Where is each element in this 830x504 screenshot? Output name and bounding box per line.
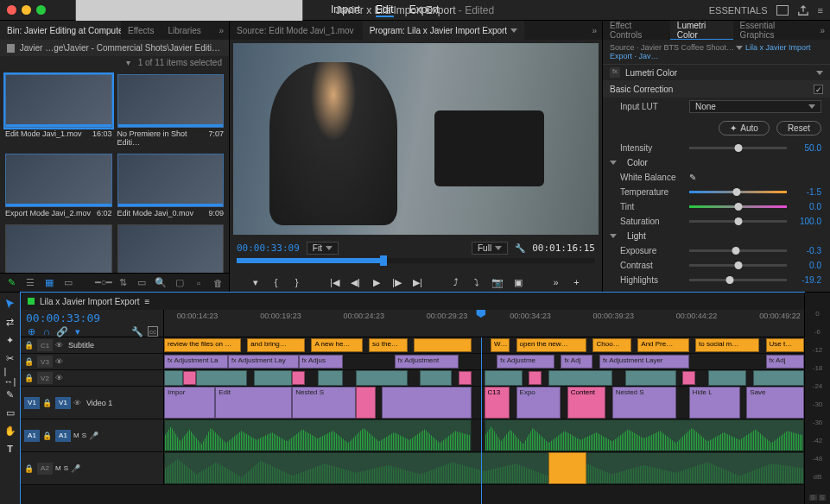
- share-icon[interactable]: [797, 4, 809, 16]
- track-header-c1[interactable]: 🔒C1👁Subtitle: [21, 337, 164, 353]
- tab-program[interactable]: Program: Lila x Javier Import Export: [363, 21, 525, 40]
- tab-libraries[interactable]: Libraries: [161, 21, 207, 40]
- basic-enable-checkbox[interactable]: [814, 85, 823, 94]
- contrast-slider[interactable]: [689, 264, 787, 267]
- trash-icon[interactable]: 🗑: [212, 277, 224, 289]
- step-fwd-icon[interactable]: |▶: [391, 276, 403, 288]
- new-item-icon[interactable]: ▫: [193, 277, 205, 289]
- tint-slider[interactable]: [689, 205, 787, 208]
- compare-icon[interactable]: ▣: [512, 276, 524, 288]
- mic-icon[interactable]: 🎤: [71, 464, 80, 473]
- sort-icon[interactable]: ⇅: [117, 277, 129, 289]
- snap-icon[interactable]: ⊕: [26, 326, 36, 337]
- slip-tool-icon[interactable]: |↔|: [4, 370, 16, 382]
- lock-icon[interactable]: 🔒: [24, 341, 35, 350]
- export-frame-icon[interactable]: 📷: [491, 276, 504, 288]
- playhead-icon[interactable]: [476, 310, 485, 318]
- workspace-label[interactable]: ESSENTIALS: [709, 5, 768, 16]
- track-a2[interactable]: [164, 452, 804, 484]
- pen-tool-icon[interactable]: ✎: [4, 388, 16, 400]
- track-v1[interactable]: Impor Edit Nested S C13 Expo Content Nes…: [164, 387, 804, 419]
- panel-menu-icon[interactable]: »: [586, 26, 602, 35]
- go-to-in-icon[interactable]: |◀: [329, 276, 341, 288]
- filter-icon[interactable]: ▾: [126, 58, 130, 67]
- cc-icon[interactable]: cc: [148, 326, 158, 337]
- more-icon[interactable]: »: [550, 276, 562, 288]
- track-v2[interactable]: [164, 370, 804, 386]
- saturation-slider[interactable]: [689, 220, 787, 223]
- hand-tool-icon[interactable]: ✋: [4, 425, 16, 437]
- linked-sel-icon[interactable]: 🔗: [57, 326, 67, 337]
- new-bin-icon[interactable]: ▢: [174, 277, 186, 289]
- panel-menu-icon[interactable]: ≡: [145, 297, 150, 306]
- clip-item[interactable]: [117, 224, 225, 273]
- solo-icon[interactable]: S: [64, 464, 68, 472]
- add-marker-icon[interactable]: ▾: [250, 276, 262, 288]
- track-a1[interactable]: [164, 419, 804, 451]
- zoom-slider-icon[interactable]: ━○━: [98, 277, 110, 289]
- lut-dropdown[interactable]: None: [689, 100, 821, 113]
- scrubber[interactable]: [237, 258, 595, 263]
- list-view-icon[interactable]: ☰: [24, 277, 36, 289]
- clip-item[interactable]: No Premiere in Shot Editi…7:07: [117, 74, 225, 148]
- track-header-v2[interactable]: 🔒V2👁: [21, 370, 164, 386]
- section-basic-correction[interactable]: Basic Correction: [603, 81, 830, 98]
- lock-icon[interactable]: 🔒: [24, 464, 35, 473]
- ripple-tool-icon[interactable]: ✦: [4, 334, 16, 346]
- eyedropper-icon[interactable]: ✎: [689, 173, 696, 182]
- track-v3[interactable]: fx Adjustment La fx Adjustment Lay fx Ad…: [164, 354, 804, 369]
- lift-icon[interactable]: ⤴: [450, 276, 462, 288]
- section-light[interactable]: Light: [603, 229, 830, 243]
- overflow-icon[interactable]: ≡: [818, 5, 823, 16]
- clip-item[interactable]: Edit Mode Javi_1.mov16:03: [5, 74, 112, 148]
- lock-icon[interactable]: 🔒: [42, 399, 53, 407]
- tab-effect-controls[interactable]: Effect Controls: [603, 21, 670, 40]
- extract-icon[interactable]: ⤵: [471, 276, 483, 288]
- button-editor-icon[interactable]: +: [571, 276, 583, 288]
- time-ruler[interactable]: 00:00:14:23 00:00:19:23 00:00:24:23 00:0…: [164, 310, 804, 337]
- marker-icon[interactable]: ▾: [73, 326, 83, 337]
- close-window[interactable]: [7, 5, 16, 15]
- step-back-icon[interactable]: ◀|: [350, 276, 362, 288]
- write-icon[interactable]: ✎: [5, 277, 17, 289]
- mute-icon[interactable]: M: [73, 432, 79, 439]
- search-icon[interactable]: 🔍: [155, 277, 167, 289]
- track-header-a2[interactable]: 🔒A2MS🎤: [21, 452, 164, 484]
- timecode-current[interactable]: 00:00:33:09: [237, 243, 300, 254]
- selection-tool-icon[interactable]: [4, 298, 16, 310]
- highlights-slider[interactable]: [689, 279, 787, 281]
- auto-seq-icon[interactable]: ▭: [136, 277, 148, 289]
- tab-bin[interactable]: Bin: Javier Editing at Computer B Roll: [0, 21, 121, 40]
- go-to-out-icon[interactable]: ▶|: [412, 276, 424, 288]
- track-header-v1[interactable]: V1🔒V1👁Video 1: [21, 387, 164, 419]
- mark-out-icon[interactable]: }: [291, 276, 303, 288]
- rect-tool-icon[interactable]: ▭: [4, 406, 16, 419]
- eye-icon[interactable]: 👁: [55, 374, 66, 382]
- zoom-dropdown[interactable]: Fit: [307, 242, 339, 255]
- exposure-slider[interactable]: [689, 249, 787, 252]
- wrench-icon[interactable]: 🔧: [132, 326, 143, 337]
- panel-menu-icon[interactable]: »: [213, 26, 229, 35]
- sequence-name[interactable]: Lila x Javier Import Export: [40, 297, 140, 306]
- clip-item[interactable]: Export Mode Javi_2.mov6:02: [5, 154, 112, 219]
- source-patch-a1[interactable]: A1: [24, 430, 40, 442]
- clip-item[interactable]: [5, 224, 112, 273]
- mark-in-icon[interactable]: {: [270, 276, 282, 288]
- razor-tool-icon[interactable]: ✂: [4, 352, 16, 364]
- temperature-slider[interactable]: [689, 191, 787, 193]
- timeline-timecode[interactable]: 00:00:33:09: [26, 312, 158, 324]
- track-header-v3[interactable]: 🔒V3👁: [21, 354, 164, 369]
- intensity-slider[interactable]: [689, 147, 787, 149]
- minimize-window[interactable]: [22, 5, 31, 15]
- panel-menu-icon[interactable]: »: [814, 26, 830, 35]
- solo-icon[interactable]: S: [82, 432, 86, 439]
- lock-icon[interactable]: 🔒: [24, 357, 35, 366]
- tab-effects[interactable]: Effects: [121, 21, 161, 40]
- screen-icon[interactable]: [776, 5, 789, 16]
- tab-essential-graphics[interactable]: Essential Graphics: [733, 21, 815, 40]
- maximize-window[interactable]: [36, 5, 46, 15]
- mic-icon[interactable]: 🎤: [89, 432, 98, 440]
- quality-dropdown[interactable]: Full: [472, 242, 508, 255]
- reset-button[interactable]: Reset: [776, 121, 821, 135]
- auto-button[interactable]: ✦Auto: [719, 121, 770, 135]
